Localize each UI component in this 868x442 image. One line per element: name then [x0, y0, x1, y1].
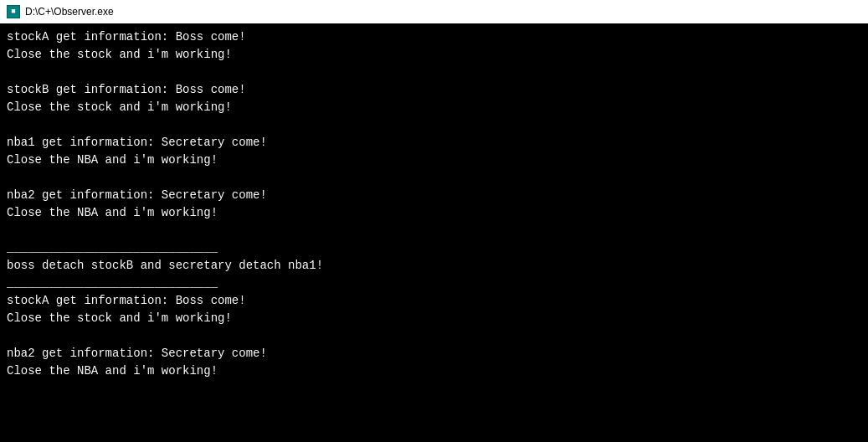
console-empty-line — [7, 64, 861, 81]
console-line: Close the NBA and i'm working! — [7, 152, 861, 169]
console-line: stockA get information: Boss come! — [7, 28, 861, 46]
console-line: nba2 get information: Secretary come! — [7, 187, 861, 204]
console-body: stockA get information: Boss come!Close … — [0, 23, 868, 442]
console-line: Close the stock and i'm working! — [7, 310, 861, 327]
title-bar: ■ D:\C+\Observer.exe — [0, 0, 868, 23]
console-line: Close the NBA and i'm working! — [7, 204, 861, 222]
console-empty-line — [7, 222, 861, 239]
console-line: stockA get information: Boss come! — [7, 292, 861, 310]
window-icon: ■ — [7, 5, 20, 18]
console-line: Close the stock and i'm working! — [7, 46, 861, 64]
console-line: nba1 get information: Secretary come! — [7, 134, 861, 152]
console-line: stockB get information: Boss come! — [7, 81, 861, 99]
console-line: ______________________________ — [7, 275, 861, 292]
console-line: boss detach stockB and secretary detach … — [7, 257, 861, 275]
console-line: ______________________________ — [7, 239, 861, 257]
console-line: Close the stock and i'm working! — [7, 99, 861, 116]
console-line: nba2 get information: Secretary come! — [7, 345, 861, 362]
console-empty-line — [7, 327, 861, 345]
console-empty-line — [7, 116, 861, 134]
window-title: D:\C+\Observer.exe — [25, 6, 114, 18]
console-empty-line — [7, 169, 861, 187]
console-line: Close the NBA and i'm working! — [7, 362, 861, 380]
